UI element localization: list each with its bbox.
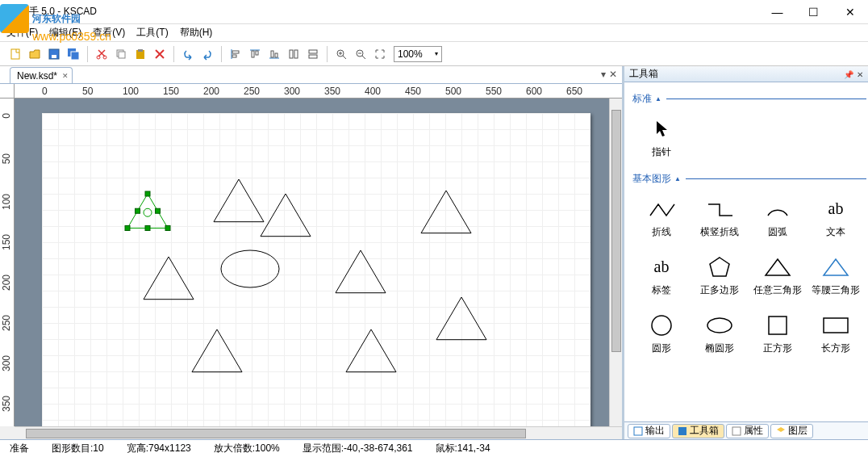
tool-pointer[interactable]: 指针 <box>632 109 691 167</box>
svg-marker-38 <box>346 329 396 372</box>
status-zoom: 放大倍数:100% <box>214 442 280 455</box>
window-title: 快手 5.0 - KSCAD <box>19 5 97 19</box>
pin-icon[interactable]: 📌 <box>844 70 853 79</box>
drawing-canvas[interactable] <box>42 113 590 426</box>
align-left-button[interactable] <box>227 45 244 63</box>
menu-help[interactable]: 帮助(H) <box>180 26 213 40</box>
toolbox-header: 工具箱 📌✕ <box>624 66 868 82</box>
tab-dropdown-icon[interactable]: ▾ <box>601 69 606 80</box>
tab-output[interactable]: 输出 <box>628 424 670 438</box>
svg-rect-10 <box>138 49 143 52</box>
save-button[interactable] <box>45 45 63 63</box>
tab-close-icon[interactable]: ✕ <box>609 69 617 80</box>
same-width-button[interactable] <box>285 45 303 63</box>
svg-rect-12 <box>232 51 239 53</box>
svg-point-51 <box>652 316 671 335</box>
tool-square[interactable]: 正方形 <box>749 305 807 363</box>
fit-button[interactable] <box>371 45 389 63</box>
svg-rect-21 <box>294 50 298 58</box>
svg-rect-18 <box>271 51 273 57</box>
tool-arc[interactable]: 圆弧 <box>749 189 807 247</box>
svg-rect-54 <box>824 318 848 333</box>
tab-toolbox[interactable]: 工具箱 <box>672 424 724 438</box>
tool-polyline[interactable]: 折线 <box>632 189 691 247</box>
close-button[interactable]: ✕ <box>832 0 868 23</box>
saveall-button[interactable] <box>65 45 82 63</box>
panel-tabs: 输出 工具箱 属性 图层 <box>624 421 868 439</box>
canvas-viewport[interactable] <box>15 99 609 426</box>
svg-rect-20 <box>290 50 293 58</box>
menu-file[interactable]: 文件(F) <box>6 26 38 40</box>
svg-rect-43 <box>165 226 170 231</box>
paste-button[interactable] <box>131 45 149 63</box>
status-size: 宽高:794x1123 <box>127 442 191 455</box>
align-top-button[interactable] <box>246 45 264 63</box>
svg-rect-45 <box>156 208 161 213</box>
doc-tab[interactable]: New.ksd*✕ <box>10 67 73 83</box>
maximize-button[interactable]: ☐ <box>795 0 832 23</box>
tool-iso-triangle[interactable]: 等腰三角形 <box>807 247 865 305</box>
section-standard[interactable]: 标准▲ <box>632 92 866 106</box>
tool-polygon[interactable]: 正多边形 <box>691 247 749 305</box>
horizontal-scrollbar[interactable] <box>15 426 622 439</box>
zoom-combo[interactable]: 100%▾ <box>394 46 442 62</box>
panel-close-icon[interactable]: ✕ <box>857 70 863 79</box>
svg-marker-32 <box>261 194 311 237</box>
undo-button[interactable] <box>179 45 197 63</box>
svg-rect-53 <box>769 317 787 334</box>
svg-rect-19 <box>275 53 278 57</box>
redo-button[interactable] <box>198 45 216 63</box>
delete-button[interactable] <box>151 45 169 63</box>
svg-rect-4 <box>71 52 79 60</box>
svg-rect-0 <box>11 49 19 59</box>
menu-tools[interactable]: 工具(T) <box>136 26 168 40</box>
svg-rect-42 <box>125 226 130 231</box>
svg-rect-46 <box>145 226 150 231</box>
svg-rect-41 <box>145 191 150 196</box>
app-icon: ↖ <box>6 6 16 19</box>
new-button[interactable] <box>6 45 24 63</box>
minimize-button[interactable]: — <box>759 0 795 23</box>
status-mouse: 鼠标:141,-34 <box>436 442 490 455</box>
svg-rect-55 <box>634 427 642 435</box>
tool-ellipse[interactable]: 椭圆形 <box>691 305 749 363</box>
svg-marker-50 <box>824 259 848 275</box>
svg-marker-31 <box>214 179 264 222</box>
open-button[interactable] <box>26 45 44 63</box>
menu-view[interactable]: 查看(V) <box>93 26 125 40</box>
svg-rect-8 <box>119 52 125 58</box>
zoom-out-button[interactable] <box>352 45 369 63</box>
tool-circle[interactable]: 圆形 <box>632 305 691 363</box>
same-height-button[interactable] <box>304 45 322 63</box>
tool-label[interactable]: ab标签 <box>632 247 691 305</box>
status-range: 显示范围:-40,-38-674,361 <box>303 442 413 455</box>
tab-properties[interactable]: 属性 <box>726 424 769 438</box>
align-bottom-button[interactable] <box>265 45 283 63</box>
close-tab-icon[interactable]: ✕ <box>62 72 69 80</box>
menu-bar: 文件(F) 编辑(E) 查看(V) 工具(T) 帮助(H) <box>0 24 868 42</box>
cut-button[interactable] <box>93 45 111 63</box>
tool-text[interactable]: ab文本 <box>807 189 865 247</box>
vertical-scrollbar[interactable] <box>609 99 622 426</box>
vertical-ruler: 050100150200250300350 <box>0 99 15 426</box>
ruler-corner <box>0 84 15 99</box>
menu-edit[interactable]: 编辑(E) <box>49 26 81 40</box>
svg-marker-40 <box>127 194 168 228</box>
zoom-in-button[interactable] <box>332 45 350 63</box>
tool-ortho-polyline[interactable]: 横竖折线 <box>691 189 749 247</box>
document-tabs: New.ksd*✕ ▾ ✕ <box>0 66 622 84</box>
page <box>42 113 590 426</box>
svg-rect-15 <box>252 51 254 57</box>
tab-layers[interactable]: 图层 <box>770 424 813 438</box>
svg-marker-33 <box>421 191 471 233</box>
svg-rect-2 <box>52 55 56 58</box>
section-shapes[interactable]: 基本图形▲ <box>632 172 866 186</box>
svg-marker-34 <box>144 257 194 300</box>
tool-any-triangle[interactable]: 任意三角形 <box>749 247 807 305</box>
tool-rect[interactable]: 长方形 <box>807 305 865 363</box>
svg-rect-22 <box>309 50 317 53</box>
copy-button[interactable] <box>112 45 130 63</box>
toolbar: 100%▾ <box>0 42 868 66</box>
svg-rect-56 <box>678 427 686 435</box>
svg-marker-35 <box>336 250 386 293</box>
